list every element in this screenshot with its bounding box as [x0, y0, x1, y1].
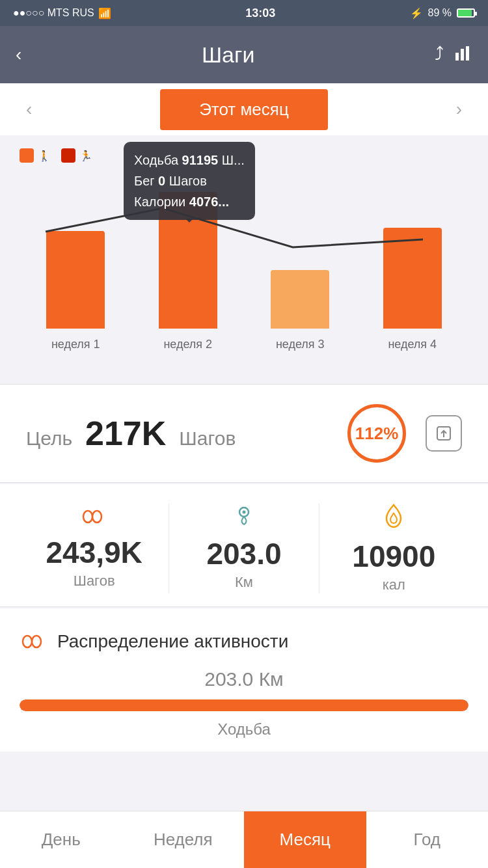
- bar-label-week4: неделя 4: [388, 338, 437, 351]
- battery-icon: [457, 8, 475, 18]
- status-bar: ●●○○○ MTS RUS 📶 13:03 ⚡ 89 %: [0, 0, 488, 26]
- goal-left: Цель 217K Шагов: [26, 414, 236, 453]
- chart-icon[interactable]: [454, 44, 472, 66]
- goal-value: 217K: [85, 414, 166, 453]
- share-icon[interactable]: ⤴: [435, 44, 444, 65]
- legend-walk: 🚶: [20, 148, 51, 163]
- goal-right: 112%: [347, 404, 462, 463]
- nav-title: Шаги: [202, 42, 254, 68]
- back-button[interactable]: ‹: [16, 44, 21, 65]
- svg-point-7: [92, 511, 102, 522]
- bottom-spacer: [0, 752, 488, 817]
- tooltip-walk-line: Ходьба 91195 Ш...: [134, 150, 245, 170]
- activity-bar-fill: [20, 699, 468, 711]
- wifi-icon: 📶: [98, 7, 111, 20]
- activity-section: Распределение активности 203.0 Км Ходьба: [0, 608, 488, 752]
- legend-run: 🏃: [61, 148, 92, 163]
- legend: 🚶 🏃 Ходьба 91195 Ш... Бег 0 Шагов Калори…: [20, 148, 468, 163]
- nav-left: ‹: [16, 44, 21, 65]
- bluetooth-icon: ⚡: [410, 7, 423, 20]
- bar-label-week3: неделя 3: [276, 338, 325, 351]
- tab-month[interactable]: Месяц: [244, 811, 366, 868]
- battery-text: 89 %: [428, 7, 452, 19]
- svg-point-10: [23, 636, 32, 647]
- divider-2: [0, 482, 488, 483]
- prev-period-button[interactable]: ‹: [26, 99, 32, 120]
- tab-week[interactable]: Неделя: [122, 811, 245, 868]
- next-period-button[interactable]: ›: [456, 99, 462, 120]
- goal-share-button[interactable]: [426, 415, 462, 452]
- bar-label-week1: неделя 1: [51, 338, 100, 351]
- svg-point-6: [83, 511, 92, 522]
- status-right: ⚡ 89 %: [410, 7, 475, 20]
- walk-icon: 🚶: [38, 150, 51, 162]
- period-selector: ‹ Этот месяц ›: [0, 83, 488, 135]
- progress-circle: 112%: [347, 404, 406, 463]
- tooltip-cal-line: Калории 4076...: [134, 191, 245, 212]
- bar-label-week2: неделя 2: [163, 338, 212, 351]
- svg-point-9: [242, 511, 245, 514]
- current-period-button[interactable]: Этот месяц: [160, 89, 328, 130]
- run-color-dot: [61, 148, 75, 163]
- activity-icon: [20, 628, 48, 655]
- tooltip-run-line: Бег 0 Шагов: [134, 170, 245, 191]
- activity-title: Распределение активности: [57, 631, 288, 652]
- steps-unit: Шагов: [74, 573, 115, 590]
- distance-value: 203.0: [206, 536, 281, 571]
- tab-bar: День Неделя Месяц Год: [0, 811, 488, 868]
- goal-prefix: Цель: [26, 427, 72, 450]
- distance-icon: [233, 504, 255, 531]
- activity-header: Распределение активности: [20, 628, 468, 655]
- activity-label: Ходьба: [20, 720, 468, 739]
- svg-rect-0: [455, 53, 459, 61]
- status-left: ●●○○○ MTS RUS 📶: [13, 7, 111, 20]
- activity-progress-bar: [20, 699, 468, 711]
- walk-color-dot: [20, 148, 34, 163]
- goal-section: Цель 217K Шагов 112%: [0, 385, 488, 482]
- nav-right: ⤴: [435, 44, 472, 66]
- calories-value: 10900: [352, 539, 435, 574]
- steps-value: 243,9K: [46, 535, 142, 570]
- chart-tooltip: Ходьба 91195 Ш... Бег 0 Шагов Калории 40…: [124, 142, 255, 220]
- nav-bar: ‹ Шаги ⤴: [0, 26, 488, 83]
- stat-steps: 243,9K Шагов: [20, 504, 169, 593]
- tab-day[interactable]: День: [0, 811, 122, 868]
- goal-unit: Шагов: [179, 427, 236, 450]
- tab-year[interactable]: Год: [366, 811, 489, 868]
- svg-point-11: [32, 636, 41, 647]
- calories-icon: [383, 504, 405, 534]
- activity-km: 203.0 Км: [20, 668, 468, 690]
- stats-section: 243,9K Шагов 203.0 Км 10900 кал: [0, 484, 488, 606]
- carrier-text: ●●○○○ MTS RUS: [13, 7, 94, 19]
- run-icon: 🏃: [79, 150, 92, 162]
- divider-3: [0, 606, 488, 607]
- stat-calories: 10900 кал: [319, 504, 468, 593]
- calories-unit: кал: [383, 576, 405, 593]
- svg-rect-1: [461, 49, 464, 61]
- distance-unit: Км: [235, 574, 253, 591]
- steps-icon: [80, 504, 109, 530]
- battery-fill: [458, 10, 472, 16]
- status-time: 13:03: [245, 7, 275, 20]
- svg-rect-2: [466, 46, 469, 61]
- chart-section: 🚶 🏃 Ходьба 91195 Ш... Бег 0 Шагов Калори…: [0, 135, 488, 384]
- stat-distance: 203.0 Км: [169, 504, 318, 593]
